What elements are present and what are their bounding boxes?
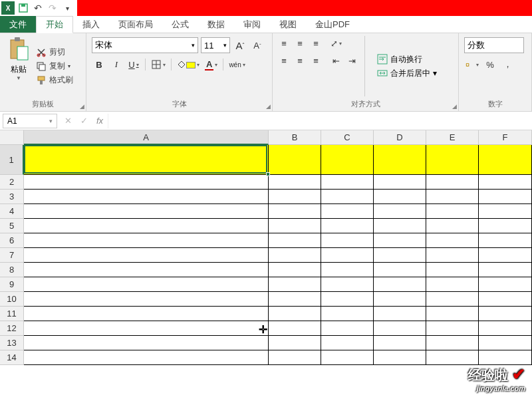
cell[interactable] <box>269 190 321 204</box>
cell[interactable] <box>269 175 321 190</box>
align-left-icon[interactable]: ≡ <box>277 53 291 68</box>
tab-home[interactable]: 开始 <box>36 16 73 33</box>
format-painter-button[interactable]: 格式刷 <box>36 74 73 86</box>
align-top-icon[interactable]: ≡ <box>277 36 291 51</box>
cell[interactable] <box>426 248 479 263</box>
cell[interactable] <box>269 321 321 336</box>
cell[interactable] <box>479 307 532 321</box>
cell[interactable] <box>321 190 374 204</box>
cell[interactable] <box>479 190 532 204</box>
cell[interactable] <box>479 263 532 277</box>
cancel-formula-icon[interactable]: ✕ <box>60 114 76 128</box>
row-header-13[interactable]: 13 <box>0 336 24 350</box>
column-header-A[interactable]: A <box>24 130 269 145</box>
cell[interactable] <box>479 233 532 248</box>
row-header-7[interactable]: 7 <box>0 248 24 263</box>
increase-font-icon[interactable]: Aˆ <box>233 38 247 53</box>
cell[interactable] <box>321 248 374 263</box>
cell[interactable] <box>374 145 426 175</box>
align-right-icon[interactable]: ≡ <box>309 53 323 68</box>
fx-icon[interactable]: fx <box>92 114 108 128</box>
cell[interactable] <box>24 321 269 336</box>
cell[interactable] <box>269 145 321 175</box>
cut-button[interactable]: 剪切 <box>36 47 73 58</box>
row-header-14[interactable]: 14 <box>0 350 24 365</box>
cell[interactable] <box>426 204 479 219</box>
cell[interactable] <box>24 145 269 175</box>
cell[interactable] <box>479 292 532 307</box>
align-center-icon[interactable]: ≡ <box>293 53 307 68</box>
cell[interactable] <box>321 336 374 350</box>
cell[interactable] <box>479 204 532 219</box>
orientation-button[interactable]: ⤢▾ <box>329 36 343 51</box>
cell[interactable] <box>24 175 269 190</box>
cell[interactable] <box>269 219 321 233</box>
cell[interactable] <box>24 263 269 277</box>
cell[interactable] <box>426 190 479 204</box>
cell[interactable] <box>479 248 532 263</box>
cell[interactable] <box>24 292 269 307</box>
cell[interactable] <box>479 350 532 365</box>
row-header-12[interactable]: 12 <box>0 321 24 336</box>
align-bottom-icon[interactable]: ≡ <box>309 36 323 51</box>
font-name-select[interactable]: 宋体▾ <box>92 37 198 53</box>
confirm-formula-icon[interactable]: ✓ <box>76 114 92 128</box>
cell[interactable] <box>374 175 426 190</box>
cell[interactable] <box>426 321 479 336</box>
cell[interactable] <box>426 175 479 190</box>
border-button[interactable]: ▾ <box>150 57 167 72</box>
cell[interactable] <box>426 336 479 350</box>
cell[interactable] <box>374 263 426 277</box>
cell[interactable] <box>374 277 426 292</box>
cell[interactable] <box>269 307 321 321</box>
save-icon[interactable] <box>16 1 31 15</box>
cell[interactable] <box>321 219 374 233</box>
redo-button[interactable]: ↷ <box>45 1 60 15</box>
cell[interactable] <box>321 145 374 175</box>
cell[interactable] <box>374 190 426 204</box>
name-box[interactable]: A1▾ <box>3 114 57 128</box>
cell[interactable] <box>269 277 321 292</box>
paste-icon[interactable] <box>8 37 29 61</box>
cell[interactable] <box>269 350 321 365</box>
row-header-4[interactable]: 4 <box>0 204 24 219</box>
row-header-10[interactable]: 10 <box>0 292 24 307</box>
cell[interactable] <box>269 204 321 219</box>
cell[interactable] <box>479 175 532 190</box>
cell[interactable] <box>24 219 269 233</box>
cell[interactable] <box>479 336 532 350</box>
cell[interactable] <box>321 350 374 365</box>
decrease-font-icon[interactable]: Aˇ <box>250 38 265 53</box>
row-header-3[interactable]: 3 <box>0 190 24 204</box>
cell[interactable] <box>321 292 374 307</box>
formula-input[interactable] <box>108 114 532 128</box>
tab-insert[interactable]: 插入 <box>73 16 109 33</box>
cell[interactable] <box>269 248 321 263</box>
cell[interactable] <box>321 307 374 321</box>
font-size-select[interactable]: 11▾ <box>201 37 230 53</box>
comma-button[interactable]: ， <box>500 57 515 72</box>
row-header-2[interactable]: 2 <box>0 175 24 190</box>
cell[interactable] <box>374 233 426 248</box>
clipboard-launcher-icon[interactable]: ◢ <box>80 103 84 110</box>
accounting-format-button[interactable]: ¤▾ <box>464 57 480 72</box>
cell[interactable] <box>479 277 532 292</box>
cell[interactable] <box>479 145 532 175</box>
tab-layout[interactable]: 页面布局 <box>109 16 162 33</box>
align-launcher-icon[interactable]: ◢ <box>452 103 457 110</box>
cell[interactable] <box>269 336 321 350</box>
cell[interactable] <box>24 277 269 292</box>
row-header-5[interactable]: 5 <box>0 219 24 233</box>
cell[interactable] <box>374 219 426 233</box>
cell[interactable] <box>374 204 426 219</box>
tab-formula[interactable]: 公式 <box>162 16 198 33</box>
cell[interactable] <box>374 307 426 321</box>
bold-button[interactable]: B <box>92 57 106 72</box>
cell[interactable] <box>24 248 269 263</box>
undo-button[interactable]: ↶ <box>31 1 45 15</box>
row-header-8[interactable]: 8 <box>0 263 24 277</box>
qat-customize-icon[interactable]: ▾ <box>60 1 74 15</box>
cell[interactable] <box>24 190 269 204</box>
number-format-select[interactable]: 分数 <box>464 37 524 53</box>
column-header-C[interactable]: C <box>321 130 374 145</box>
